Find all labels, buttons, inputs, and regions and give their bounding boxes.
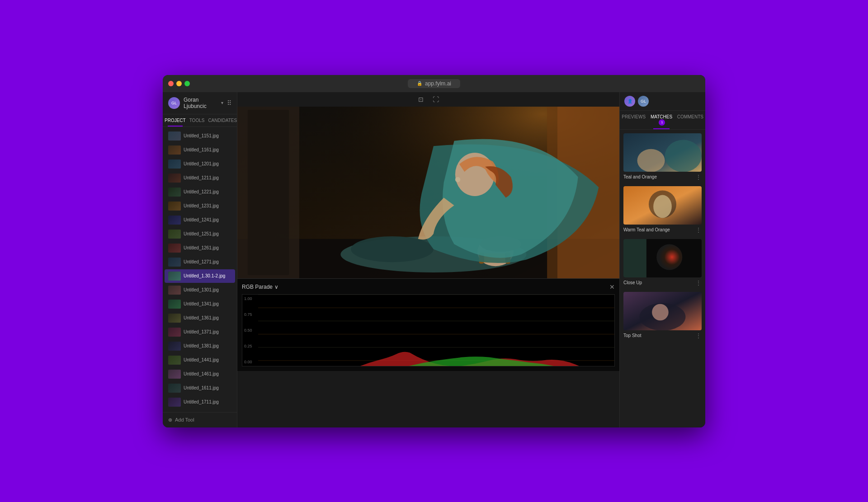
traffic-lights [168, 81, 190, 86]
sidebar-nav: PROJECT TOOLS CANDIDATES [163, 114, 237, 127]
right-panel: 👤 GL PREVIEWS MATCHES1 COMMENTS [619, 92, 705, 427]
file-name: Untitled_1231.jpg [184, 203, 219, 208]
svg-point-32 [656, 244, 682, 270]
match-name-2: Warm Teal and Orange [623, 227, 670, 232]
file-thumb [168, 384, 181, 393]
match-thumb-3[interactable] [623, 239, 702, 277]
list-item[interactable]: Untitled_1441.jpg [165, 353, 235, 367]
match-more-3[interactable]: ⋮ [695, 279, 702, 286]
list-item[interactable]: Untitled_1371.jpg [165, 325, 235, 339]
file-thumb [168, 174, 181, 183]
waveform-close-button[interactable]: ✕ [609, 283, 615, 291]
avatar-image: GL [168, 97, 180, 109]
file-thumb [168, 398, 181, 407]
match-footer-1: Teal and Orange ⋮ [623, 174, 702, 181]
file-thumb [168, 328, 181, 337]
file-name: Untitled_1251.jpg [184, 231, 219, 236]
tab-previews[interactable]: PREVIEWS [620, 111, 647, 129]
list-item[interactable]: Untitled_1221.jpg [165, 185, 235, 199]
list-item[interactable]: Untitled_1341.jpg [165, 297, 235, 311]
file-name: Untitled_1611.jpg [184, 385, 219, 390]
list-item[interactable]: Untitled_1201.jpg [165, 157, 235, 171]
match-name-4: Top Shot [623, 333, 641, 338]
list-item[interactable]: Untitled_1381.jpg [165, 339, 235, 353]
tab-project[interactable]: PROJECT [163, 114, 188, 127]
file-thumb [168, 202, 181, 211]
minimize-button[interactable] [176, 81, 182, 86]
list-item[interactable]: Untitled_1.30.1-2.jpg [165, 269, 235, 283]
label-050: 0.50 [244, 328, 256, 333]
user-dropdown-arrow[interactable]: ▾ [221, 100, 223, 105]
file-name: Untitled_1371.jpg [184, 329, 219, 334]
add-icon: ⊕ [168, 417, 172, 423]
list-item[interactable]: Untitled_1161.jpg [165, 143, 235, 157]
list-item[interactable]: Untitled_1271.jpg [165, 255, 235, 269]
match-more-2[interactable]: ⋮ [695, 226, 702, 234]
file-list: Untitled_1151.jpg Untitled_1161.jpg Unti… [163, 127, 237, 412]
list-item[interactable]: Untitled_1711.jpg [165, 395, 235, 409]
label-075: 0.75 [244, 312, 256, 317]
file-thumb [168, 300, 181, 309]
file-name: Untitled_1161.jpg [184, 147, 219, 152]
maximize-button[interactable] [184, 81, 190, 86]
list-item[interactable]: Untitled_1301.jpg [165, 283, 235, 297]
match-thumb-4[interactable] [623, 292, 702, 330]
waveform-chart: 1.00 0.75 0.50 0.25 0.00 [242, 294, 615, 366]
match-thumb-1[interactable] [623, 133, 702, 172]
match-name-3: Close Up [623, 280, 642, 285]
list-item[interactable]: Untitled_1151.jpg [165, 129, 235, 143]
waveform-dropdown-icon[interactable]: ∨ [274, 284, 278, 290]
tab-candidates[interactable]: CANDIDATES [206, 114, 239, 127]
label-025: 0.25 [244, 344, 256, 348]
list-item[interactable]: Untitled_1211.jpg [165, 171, 235, 185]
file-name: Untitled_1341.jpg [184, 301, 219, 306]
list-item[interactable]: Untitled_1251.jpg [165, 227, 235, 241]
tab-tools[interactable]: TOOLS [188, 114, 207, 127]
label-100: 1.00 [244, 296, 256, 301]
add-tool-button[interactable]: ⊕ Add Tool [163, 412, 237, 427]
user-name: Goran Ljubuncic [184, 97, 217, 109]
label-000: 0.00 [244, 360, 256, 364]
tab-comments[interactable]: COMMENTS [675, 111, 705, 129]
fullscreen-button[interactable]: ⛶ [430, 95, 442, 104]
tab-matches[interactable]: MATCHES1 [647, 111, 675, 129]
file-name: Untitled_1461.jpg [184, 371, 219, 376]
file-thumb [168, 314, 181, 323]
file-thumb [168, 258, 181, 267]
sidebar-header: GL Goran Ljubuncic ▾ ⠿ [163, 92, 237, 114]
file-name: Untitled_1381.jpg [184, 343, 219, 348]
svg-point-36 [652, 304, 669, 320]
list-item[interactable]: Untitled_1461.jpg [165, 367, 235, 381]
list-item[interactable]: Untitled_1231.jpg [165, 199, 235, 213]
waveform-header: RGB Parade ∨ ✕ [242, 283, 615, 291]
waveform-labels: 1.00 0.75 0.50 0.25 0.00 [242, 295, 258, 366]
file-name: Untitled_1241.jpg [184, 217, 219, 222]
match-more-1[interactable]: ⋮ [695, 174, 702, 181]
fit-view-button[interactable]: ⊡ [415, 95, 426, 104]
list-item[interactable]: Untitled_1611.jpg [165, 381, 235, 395]
match-footer-2: Warm Teal and Orange ⋮ [623, 226, 702, 234]
svg-rect-33 [623, 239, 646, 277]
matches-list: Teal and Orange ⋮ [620, 130, 705, 427]
grid-icon[interactable]: ⠿ [227, 99, 231, 107]
match-more-4[interactable]: ⋮ [695, 332, 702, 339]
waveform-title-text: RGB Parade [242, 284, 273, 290]
file-thumb [168, 370, 181, 379]
file-thumb [168, 145, 181, 155]
list-item[interactable]: Untitled_1261.jpg [165, 241, 235, 255]
avatar-row: 👤 GL [624, 96, 649, 107]
file-name: Untitled_1211.jpg [184, 175, 219, 180]
right-tabs: PREVIEWS MATCHES1 COMMENTS [620, 111, 705, 130]
list-item[interactable]: Untitled_1241.jpg [165, 213, 235, 227]
match-thumb-2[interactable] [623, 186, 702, 225]
list-item[interactable]: Untitled_1361.jpg [165, 311, 235, 325]
close-button[interactable] [168, 81, 174, 86]
file-thumb [168, 160, 181, 169]
waveform-title: RGB Parade ∨ [242, 284, 278, 290]
right-panel-header: 👤 GL [620, 92, 705, 111]
file-name: Untitled_1221.jpg [184, 189, 219, 194]
url-bar[interactable]: 🔒 app.fylm.ai [408, 79, 460, 88]
file-thumb [168, 272, 181, 281]
svg-point-27 [637, 149, 665, 171]
rgb-waveform-svg [258, 295, 614, 366]
